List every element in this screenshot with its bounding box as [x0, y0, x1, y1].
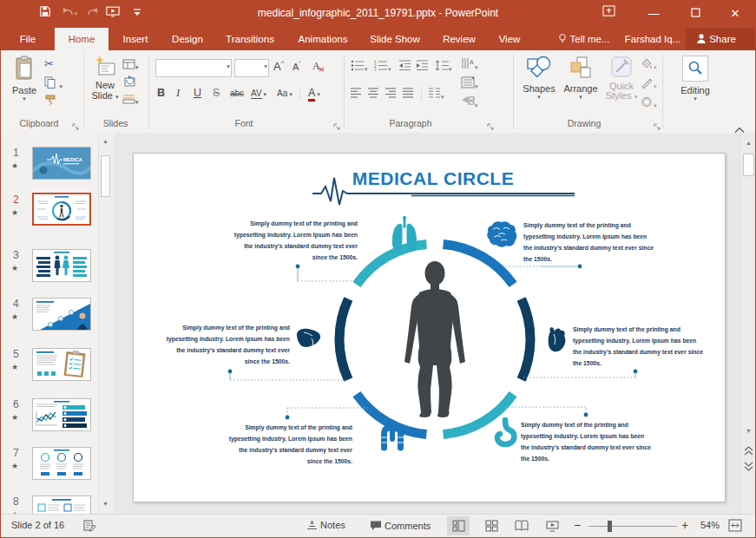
spell-check-button[interactable] [83, 519, 96, 534]
tab-animations[interactable]: Animations [291, 28, 355, 50]
scroll-down-arrow[interactable]: ▼ [99, 497, 112, 511]
zoom-slider-track[interactable] [588, 526, 677, 527]
zoom-slider-handle[interactable] [608, 521, 612, 532]
arrange-button[interactable]: Arrange ▾ [560, 56, 602, 113]
slide-sorter-view-button[interactable] [480, 516, 503, 535]
cut-button[interactable]: ✂ [44, 57, 54, 70]
thumbnail-scrollbar-thumb[interactable] [101, 155, 110, 197]
font-dialog-launcher[interactable] [333, 119, 342, 128]
font-size-combobox[interactable]: ▾ [234, 59, 269, 77]
slide-thumbnail-1[interactable]: MEDICA [32, 147, 91, 180]
close-button[interactable]: ✕ [720, 0, 750, 28]
notes-button[interactable]: Notes [306, 520, 345, 530]
justify-button[interactable] [402, 87, 414, 102]
account-name[interactable]: Farshad Iq... [622, 28, 683, 50]
slide-indicator[interactable]: Slide 2 of 16 [11, 520, 64, 530]
strikethrough-button[interactable]: S [213, 87, 220, 99]
text-block-bottom-left[interactable]: Simply dummy text of the printing and ty… [222, 422, 352, 467]
drawing-dialog-launcher[interactable] [654, 119, 662, 128]
brain-icon[interactable] [487, 221, 516, 247]
liver-icon[interactable] [297, 329, 320, 347]
share-button[interactable]: Share [686, 28, 755, 50]
tab-view[interactable]: View [492, 28, 527, 50]
align-center-button[interactable] [367, 87, 379, 102]
fit-slide-to-window-button[interactable] [728, 519, 742, 534]
tab-transitions[interactable]: Transitions [218, 28, 282, 50]
slide-layout-button[interactable]: ▾ [122, 57, 139, 73]
main-scrollbar[interactable]: ▲ ▼ [740, 133, 756, 514]
font-color-button[interactable]: A ▾ [308, 87, 320, 99]
slide-thumbnail-7[interactable] [32, 447, 91, 480]
save-button[interactable] [36, 5, 55, 23]
tab-file[interactable]: File [11, 28, 44, 50]
increase-indent-button[interactable] [416, 59, 429, 75]
reset-slide-button[interactable] [122, 75, 135, 90]
ribbon-display-options-button[interactable] [594, 0, 623, 28]
maximize-button[interactable] [680, 0, 710, 28]
stomach-icon[interactable] [497, 420, 515, 444]
text-block-mid-left[interactable]: Simply dummy text of the printing and ty… [160, 322, 290, 367]
slide-thumbnail-5[interactable] [32, 348, 91, 381]
minimize-button[interactable]: — [639, 0, 668, 28]
start-slideshow-button[interactable] [103, 5, 122, 23]
tab-review[interactable]: Review [437, 28, 482, 50]
editing-button[interactable]: Editing ▾ [671, 56, 720, 116]
text-block-top-left[interactable]: Simply dummy text of the printing and ty… [227, 218, 358, 263]
copy-button[interactable]: ▾ [44, 76, 62, 92]
next-slide-button[interactable] [744, 459, 753, 475]
bullets-button[interactable]: ▾ [351, 59, 368, 75]
text-block-mid-right[interactable]: Simply dummy text of the printing and ty… [573, 324, 705, 369]
change-case-button[interactable]: Aa ▾ [277, 89, 293, 98]
human-silhouette[interactable] [404, 261, 465, 417]
decrease-indent-button[interactable] [398, 59, 411, 75]
slide-thumbnail-2-selected[interactable] [32, 193, 91, 226]
shape-effects-button[interactable]: ▾ [641, 95, 657, 111]
undo-button[interactable]: ▾ [58, 5, 81, 23]
zoom-level[interactable]: 54% [700, 520, 720, 530]
tab-home[interactable]: Home [55, 28, 108, 50]
align-left-button[interactable] [350, 87, 362, 102]
align-text-button[interactable]: ▾ [461, 76, 478, 92]
paste-button[interactable]: Paste ▾ [8, 56, 41, 111]
font-name-combobox[interactable]: ▾ [155, 59, 232, 77]
zoom-in-button[interactable]: + [681, 518, 688, 532]
clear-formatting-button[interactable]: A [312, 59, 325, 75]
text-direction-button[interactable]: A▾ [461, 57, 478, 73]
customize-qat-button[interactable] [128, 5, 147, 23]
text-block-top-right[interactable]: Simply dummy text of the printing and ty… [523, 220, 655, 265]
thumbnail-scrollbar[interactable]: ▲ ▼ [98, 133, 113, 514]
slide-thumbnail-6[interactable] [32, 398, 91, 431]
previous-slide-button[interactable] [744, 443, 753, 459]
underline-button[interactable]: U [194, 87, 201, 99]
character-spacing-button[interactable]: AV ▾ [251, 89, 266, 98]
scroll-up-arrow[interactable]: ▲ [99, 134, 112, 148]
convert-smartart-button[interactable]: ▾ [461, 95, 478, 111]
tell-me-box[interactable]: Tell me... [548, 28, 621, 50]
quick-styles-button[interactable]: Quick Styles ▾ [603, 56, 640, 113]
normal-view-button[interactable] [447, 516, 470, 535]
bold-button[interactable]: B [157, 87, 165, 99]
tab-insert[interactable]: Insert [115, 28, 155, 50]
intestine-icon[interactable] [381, 428, 404, 448]
main-scrollbar-thumb[interactable] [743, 154, 754, 176]
tab-design[interactable]: Design [166, 28, 209, 50]
shape-outline-button[interactable]: ▾ [641, 76, 657, 92]
line-spacing-button[interactable]: ▾ [435, 59, 452, 75]
new-slide-button[interactable]: New Slide ▾ [88, 56, 122, 113]
columns-button[interactable]: ▾ [428, 87, 444, 102]
slide-thumbnail-8[interactable] [32, 495, 91, 514]
slide-thumbnail-3[interactable] [32, 249, 91, 282]
format-painter-button[interactable] [44, 94, 56, 109]
heart-icon[interactable] [549, 327, 566, 351]
shape-fill-button[interactable]: ▾ [641, 57, 657, 73]
text-block-bottom-right[interactable]: Simply dummy text of the printing and ty… [521, 419, 653, 464]
shapes-button[interactable]: Shapes ▾ [520, 56, 558, 113]
section-button[interactable]: ▾ [122, 92, 139, 108]
tab-slide-show[interactable]: Slide Show [364, 28, 426, 50]
slide-title[interactable]: MEDICAL CIRCLE [281, 168, 585, 189]
align-right-button[interactable] [385, 87, 397, 102]
shrink-font-button[interactable]: Aˇ [293, 61, 301, 72]
slideshow-view-button[interactable] [541, 516, 563, 535]
paragraph-dialog-launcher[interactable] [487, 119, 496, 128]
zoom-out-button[interactable]: − [574, 518, 581, 532]
